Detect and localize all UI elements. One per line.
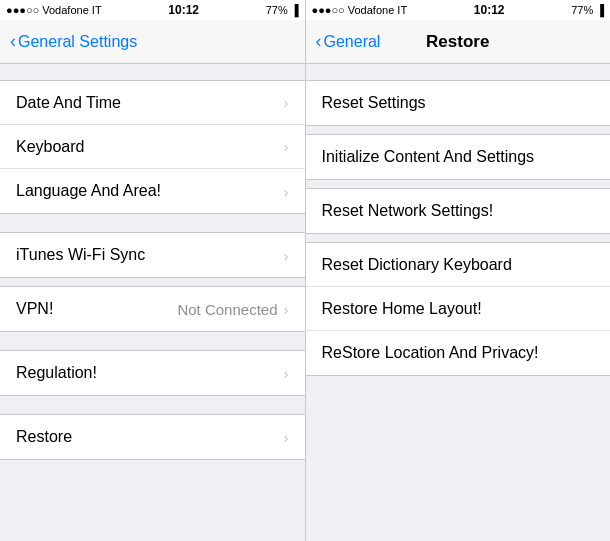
left-battery: 77% ▐ <box>266 4 299 16</box>
left-section-4: Regulation! › <box>0 350 305 396</box>
right-settings-content: Reset Settings Initialize Content And Se… <box>306 64 611 541</box>
battery-icon: ▐ <box>596 4 604 16</box>
right-group-3: Reset Network Settings! <box>306 188 611 234</box>
right-item-restore-location[interactable]: ReStore Location And Privacy! <box>306 331 611 375</box>
vpn-status: Not Connected <box>177 301 277 318</box>
left-item-date-time[interactable]: Date And Time › <box>0 81 305 125</box>
right-carrier: ●●●○○ Vodafone IT <box>312 4 408 16</box>
left-section-5: Restore › <box>0 414 305 460</box>
chevron-right-icon: › <box>284 301 289 318</box>
right-back-button[interactable]: ‹ General <box>316 31 381 52</box>
right-group-4: Reset Dictionary Keyboard Restore Home L… <box>306 242 611 376</box>
left-item-keyboard[interactable]: Keyboard › <box>0 125 305 169</box>
left-time: 10:12 <box>168 3 199 17</box>
chevron-right-icon: › <box>284 365 289 382</box>
left-item-itunes-wifi[interactable]: iTunes Wi-Fi Sync › <box>0 233 305 277</box>
right-item-reset-settings[interactable]: Reset Settings <box>306 81 611 125</box>
right-item-restore-home[interactable]: Restore Home Layout! <box>306 287 611 331</box>
right-status-bar: ●●●○○ Vodafone IT 10:12 77% ▐ <box>306 0 611 20</box>
chevron-right-icon: › <box>284 429 289 446</box>
chevron-right-icon: › <box>284 183 289 200</box>
right-group-2: Initialize Content And Settings <box>306 134 611 180</box>
right-nav-title: Restore <box>426 32 489 52</box>
chevron-right-icon: › <box>284 138 289 155</box>
left-carrier: ●●●○○ Vodafone IT <box>6 4 102 16</box>
left-item-restore[interactable]: Restore › <box>0 415 305 459</box>
chevron-left-icon: ‹ <box>10 31 16 52</box>
left-nav-bar: ‹ General Settings <box>0 20 305 64</box>
right-item-reset-dictionary[interactable]: Reset Dictionary Keyboard <box>306 243 611 287</box>
right-item-reset-network[interactable]: Reset Network Settings! <box>306 189 611 233</box>
left-settings-content: Date And Time › Keyboard › Language And … <box>0 64 305 541</box>
left-status-bar: ●●●○○ Vodafone IT 10:12 77% ▐ <box>0 0 305 20</box>
battery-icon: ▐ <box>291 4 299 16</box>
right-battery: 77% ▐ <box>571 4 604 16</box>
left-item-language[interactable]: Language And Area! › <box>0 169 305 213</box>
chevron-left-icon: ‹ <box>316 31 322 52</box>
left-back-button[interactable]: ‹ General Settings <box>10 31 137 52</box>
right-time: 10:12 <box>474 3 505 17</box>
left-section-2: iTunes Wi-Fi Sync › <box>0 232 305 278</box>
left-item-vpn[interactable]: VPN! Not Connected › <box>0 287 305 331</box>
right-item-initialize[interactable]: Initialize Content And Settings <box>306 135 611 179</box>
chevron-right-icon: › <box>284 247 289 264</box>
right-group-1: Reset Settings <box>306 80 611 126</box>
right-panel: ●●●○○ Vodafone IT 10:12 77% ▐ ‹ General … <box>306 0 611 541</box>
left-panel: ●●●○○ Vodafone IT 10:12 77% ▐ ‹ General … <box>0 0 305 541</box>
left-section-3: VPN! Not Connected › <box>0 286 305 332</box>
chevron-right-icon: › <box>284 94 289 111</box>
left-item-regulation[interactable]: Regulation! › <box>0 351 305 395</box>
left-section-1: Date And Time › Keyboard › Language And … <box>0 80 305 214</box>
right-nav-bar: ‹ General Restore <box>306 20 611 64</box>
